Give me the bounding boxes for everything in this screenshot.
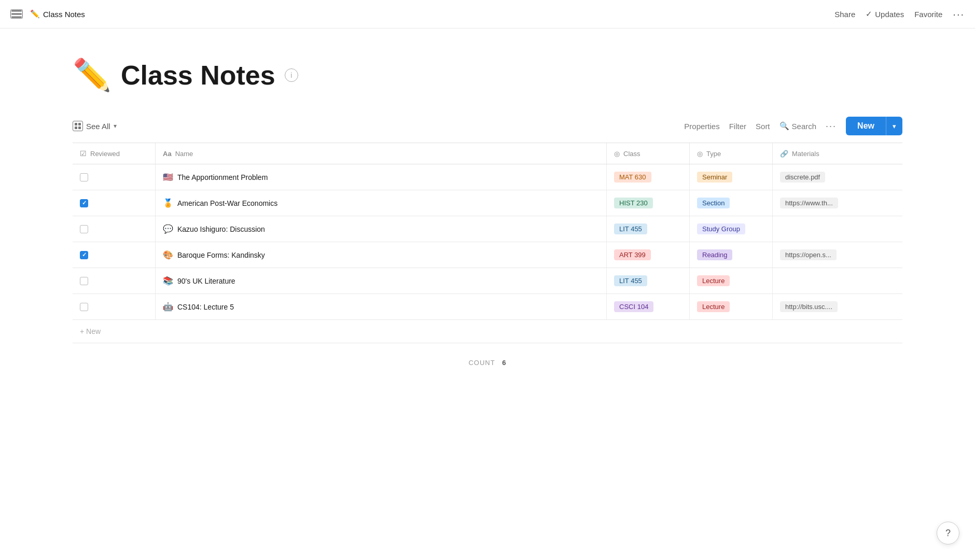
col-reviewed: ☑ Reviewed [73,143,156,164]
class-cell: MAT 630 [607,164,690,190]
reviewed-checkbox[interactable] [80,303,88,311]
col-class-label: Class [623,150,640,158]
table-row[interactable]: 💬Kazuo Ishiguro: DiscussionLIT 455Study … [73,216,902,242]
new-dropdown-button[interactable]: ▾ [886,117,902,135]
updates-button[interactable]: ✓ Updates [866,9,904,19]
toolbar-more-button[interactable]: ··· [826,121,837,132]
materials-cell [773,216,902,242]
info-icon[interactable]: i [285,68,298,82]
filter-button[interactable]: Filter [729,122,746,131]
favorite-button[interactable]: Favorite [914,10,942,19]
type-tag: Reading [697,249,732,260]
type-col-icon: ◎ [697,150,703,158]
class-cell: HIST 230 [607,190,690,216]
material-link[interactable]: discrete.pdf [780,172,825,183]
class-tag: LIT 455 [614,275,647,286]
class-tag: CSCI 104 [614,301,653,312]
see-all-button[interactable]: See All ▾ [73,121,117,131]
reviewed-checkbox[interactable] [80,277,88,285]
table-row[interactable]: 🏅American Post-War EconomicsHIST 230Sect… [73,190,902,216]
reviewed-cell [73,216,156,242]
sort-label: Sort [756,122,770,131]
data-table: ☑ Reviewed Aa Name ◎ Class ◎ Type 🔗 Mate… [73,143,902,343]
row-name: The Apportionment Problem [177,173,268,181]
filter-label: Filter [729,122,746,131]
row-emoji: 🏅 [163,198,173,208]
col-name: Aa Name [156,143,607,164]
name-cell: 🇺🇸The Apportionment Problem [156,164,607,190]
col-type-label: Type [706,150,721,158]
favorite-label: Favorite [914,10,942,19]
table-row[interactable]: 🇺🇸The Apportionment ProblemMAT 630Semina… [73,164,902,190]
row-emoji: 📚 [163,276,173,286]
materials-cell: http://bits.usc.... [773,294,902,319]
row-name: Kazuo Ishiguro: Discussion [177,225,265,233]
type-cell: Section [690,190,773,216]
search-button[interactable]: 🔍 Search [779,121,817,131]
col-type: ◎ Type [690,143,773,164]
sort-button[interactable]: Sort [756,122,770,131]
reviewed-checkbox[interactable] [80,199,88,207]
type-cell: Reading [690,242,773,268]
add-new-row[interactable]: + New [73,320,902,343]
reviewed-checkbox[interactable] [80,225,88,233]
help-button[interactable]: ? [937,522,959,544]
materials-cell: https://www.th... [773,190,902,216]
class-tag: HIST 230 [614,198,653,208]
row-name: American Post-War Economics [177,199,277,207]
share-button[interactable]: Share [834,10,855,19]
type-tag: Section [697,198,730,208]
class-tag: LIT 455 [614,223,647,234]
nav-emoji: ✏️ [30,9,40,19]
table-row[interactable]: 🎨Baroque Forms: KandinskyART 399Readingh… [73,242,902,268]
name-cell: 🎨Baroque Forms: Kandinsky [156,242,607,268]
type-tag: Seminar [697,172,732,183]
add-new-label: + New [80,327,101,335]
new-button[interactable]: New [846,117,886,135]
material-link[interactable]: http://bits.usc.... [780,301,838,312]
table-row[interactable]: 🤖CS104: Lecture 5CSCI 104Lecturehttp://b… [73,294,902,320]
col-name-label: Name [175,150,193,158]
name-cell: 📚90's UK Literature [156,268,607,293]
material-link[interactable]: https://open.s... [780,249,837,260]
reviewed-cell [73,268,156,293]
search-label: Search [792,122,817,131]
row-name: Baroque Forms: Kandinsky [177,251,265,259]
type-cell: Lecture [690,294,773,319]
row-name: CS104: Lecture 5 [177,303,234,311]
chevron-down-icon: ▾ [114,122,117,130]
new-button-group: New ▾ [846,117,902,135]
count-footer: COUNT 6 [73,343,902,377]
count-label: COUNT [468,359,495,367]
more-options-button[interactable]: ··· [953,8,965,20]
name-cell: 🤖CS104: Lecture 5 [156,294,607,319]
reviewed-checkbox[interactable] [80,251,88,259]
table-header: ☑ Reviewed Aa Name ◎ Class ◎ Type 🔗 Mate… [73,143,902,164]
class-cell: CSCI 104 [607,294,690,319]
top-navigation: ✏️ Class Notes Share ✓ Updates Favorite … [0,0,975,29]
toolbar: See All ▾ Properties Filter Sort 🔍 Searc… [73,117,902,143]
col-class: ◎ Class [607,143,690,164]
material-link[interactable]: https://www.th... [780,198,838,208]
check-icon: ✓ [866,9,872,19]
text-icon: Aa [163,150,172,158]
row-emoji: 💬 [163,224,173,234]
reviewed-checkbox[interactable] [80,173,88,181]
menu-button[interactable] [10,9,23,19]
class-cell: ART 399 [607,242,690,268]
type-tag: Lecture [697,275,730,286]
row-name: 90's UK Literature [177,277,235,285]
type-tag: Lecture [697,301,730,312]
class-tag: ART 399 [614,249,651,260]
table-row[interactable]: 📚90's UK LiteratureLIT 455Lecture [73,268,902,294]
materials-cell: discrete.pdf [773,164,902,190]
new-label: New [857,121,874,130]
reviewed-cell [73,164,156,190]
nav-title-area: ✏️ Class Notes [30,9,85,19]
page-title-area: ✏️ Class Notes i [73,60,902,91]
col-materials: 🔗 Materials [773,143,902,164]
reviewed-cell [73,294,156,319]
count-value: 6 [502,359,506,367]
properties-button[interactable]: Properties [684,122,719,131]
link-icon: 🔗 [780,150,788,158]
